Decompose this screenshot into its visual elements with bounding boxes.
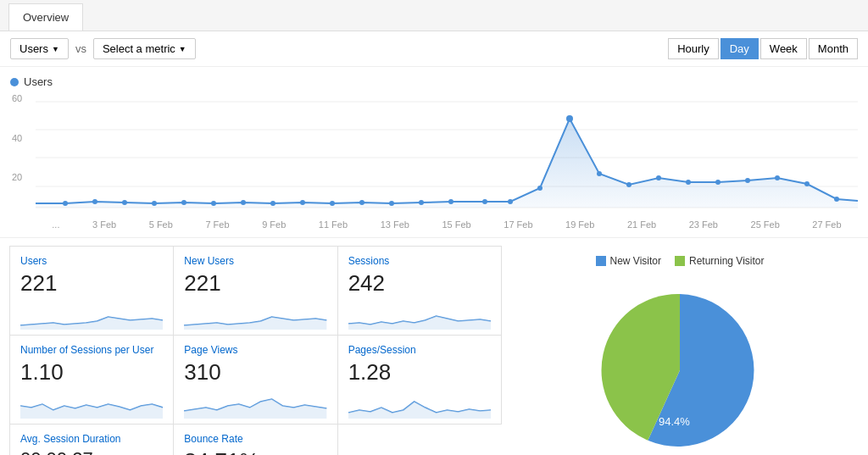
svg-point-9 [181,200,186,205]
legend-label-returning: Returning Visitor [689,255,765,267]
metric-value-pages-session: 1.28 [348,359,491,386]
y-20: 20 [12,172,22,182]
svg-point-11 [241,200,246,205]
svg-point-13 [300,200,305,205]
y-60: 60 [12,93,22,103]
metric-sparkline-new-users [184,300,326,330]
pie-container: 94.4% [587,277,773,455]
metric1-label: Users [19,42,48,55]
time-week[interactable]: Week [760,38,807,59]
svg-point-26 [686,180,691,185]
x-label-7: 15 Feb [442,219,470,230]
toolbar: Users ▼ vs Select a metric ▼ Hourly Day … [0,31,868,67]
metric-card-empty [337,424,502,455]
pie-chart: 94.4% [587,277,773,455]
y-axis: 60 40 20 [12,93,22,212]
x-label-8: 17 Feb [504,219,532,230]
time-buttons: Hourly Day Week Month [668,38,858,59]
bottom-area: Users 221 New Users 221 Sessions 242 [0,238,868,455]
metric-card-pages-session: Pages/Session 1.28 [337,335,502,424]
x-label-12: 25 Feb [751,219,780,230]
svg-point-16 [389,201,394,206]
legend-label-new: New Visitor [610,255,661,267]
metric-label-bounce-rate[interactable]: Bounce Rate [184,433,326,445]
metric-label-avg-session[interactable]: Avg. Session Duration [20,433,163,445]
metric2-label: Select a metric [103,42,175,55]
metric-sparkline-users [20,300,163,330]
svg-point-5 [63,201,68,206]
svg-point-29 [775,175,780,180]
svg-point-19 [482,199,487,204]
x-label-2: 5 Feb [149,219,173,230]
svg-point-25 [656,175,661,180]
metric-value-users: 221 [20,270,163,297]
metric-label-users[interactable]: Users [20,255,163,267]
x-label-0: ... [52,219,59,230]
svg-point-24 [626,182,632,187]
time-day[interactable]: Day [721,38,759,59]
metric-card-page-views: Page Views 310 [173,335,337,424]
time-hourly[interactable]: Hourly [668,38,719,59]
metric-card-avg-session: Avg. Session Duration 00:00:27 [9,424,174,455]
svg-point-15 [359,200,364,205]
svg-point-12 [270,201,275,206]
legend-new-visitor: New Visitor [596,255,661,267]
metric1-dropdown[interactable]: Users ▼ [10,38,69,59]
metric2-arrow: ▼ [179,45,186,53]
svg-point-23 [597,171,602,176]
svg-point-18 [448,199,453,204]
metric-value-bounce-rate: 84.71% [184,448,326,455]
metric-card-sessions: Sessions 242 [337,246,502,336]
x-label-4: 9 Feb [262,219,286,230]
x-label-3: 7 Feb [205,219,229,230]
legend-dot-users [10,78,19,86]
metric-sparkline-sessions [348,300,491,330]
svg-point-14 [330,201,335,206]
pie-area: New Visitor Returning Visitor [502,247,858,455]
svg-point-8 [152,201,157,206]
metric1-arrow: ▼ [52,45,59,53]
metric-value-new-users: 221 [184,270,326,297]
svg-point-28 [745,178,750,183]
metric-card-users: Users 221 [9,246,174,336]
legend-label-users: Users [24,75,53,88]
svg-point-6 [92,199,97,204]
metric-label-sessions-per-user[interactable]: Number of Sessions per User [20,344,163,356]
chart-legend: Users [10,75,858,88]
vs-label: vs [75,42,86,55]
time-month[interactable]: Month [809,38,858,59]
x-label-11: 23 Feb [689,219,718,230]
x-label-5: 11 Feb [319,219,348,230]
legend-square-returning [675,256,685,266]
y-40: 40 [12,133,22,143]
metric-value-sessions-per-user: 1.10 [20,359,163,386]
x-label-9: 19 Feb [565,219,594,230]
svg-point-7 [122,200,127,205]
svg-point-31 [834,197,839,202]
x-axis: ... 3 Feb 5 Feb 7 Feb 9 Feb 11 Feb 13 Fe… [36,219,858,230]
metric-value-avg-session: 00:00:27 [20,448,163,455]
metric-value-page-views: 310 [184,359,326,386]
tab-bar: Overview [0,0,868,31]
svg-point-22 [566,115,573,122]
metric-sparkline-pages-session [348,389,491,419]
svg-point-17 [419,200,424,205]
metric-value-sessions: 242 [348,270,491,297]
metric-label-new-users[interactable]: New Users [184,255,326,267]
line-chart-container: 60 40 20 [36,93,858,237]
svg-point-10 [211,201,216,206]
metric-label-sessions[interactable]: Sessions [348,255,491,267]
metric-label-pages-session[interactable]: Pages/Session [348,344,491,356]
metric2-dropdown[interactable]: Select a metric ▼ [93,38,196,59]
svg-point-27 [715,180,721,185]
chart-area: Users 60 40 20 [0,67,868,238]
toolbar-left: Users ▼ vs Select a metric ▼ [10,38,196,59]
metric-sparkline-sessions-per-user [20,389,163,419]
x-label-10: 21 Feb [627,219,656,230]
metric-card-bounce-rate: Bounce Rate 84.71% [173,424,337,455]
x-label-6: 13 Feb [381,219,409,230]
metric-label-page-views[interactable]: Page Views [184,344,326,356]
pie-legend: New Visitor Returning Visitor [596,255,765,267]
svg-point-20 [508,199,513,204]
tab-overview[interactable]: Overview [8,3,83,31]
